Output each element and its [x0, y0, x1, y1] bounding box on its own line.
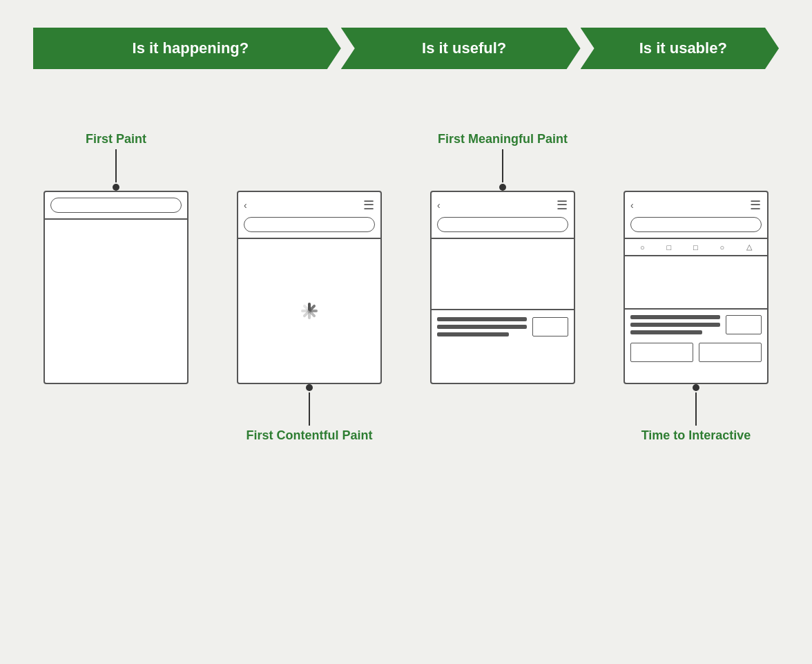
- tti-action-btn-2[interactable]: [699, 343, 762, 362]
- phone-tti-searchbar: [630, 217, 762, 232]
- mockup-first-contentful-paint: placeholder ‹ ☰: [226, 111, 392, 443]
- phone-first-paint-header: [45, 192, 187, 220]
- arrow-usable: Is it usable?: [581, 28, 779, 69]
- arrow-usable-label: Is it usable?: [639, 39, 727, 57]
- phone-fcp-header: ‹ ☰: [238, 192, 380, 239]
- phone-tti-tabs: ○ □ □ ○ △: [625, 239, 767, 256]
- phone-tti-content: [625, 310, 767, 383]
- tti-top-row: [630, 315, 762, 334]
- back-icon-fcp: ‹: [244, 200, 247, 211]
- phone-first-paint: [44, 191, 188, 384]
- tab-icon-circle2: ○: [720, 243, 725, 252]
- connector-fmp: [499, 149, 506, 191]
- mockups-area: First Paint placeholder ‹ ☰: [33, 111, 779, 443]
- label-fmp: First Meaningful Paint: [438, 111, 568, 146]
- menu-icon-tti: ☰: [750, 198, 762, 213]
- tab-icon-circle: ○: [640, 243, 645, 252]
- mockup-fmp: First Meaningful Paint ‹ ☰: [420, 111, 586, 384]
- text-line-3: [437, 332, 509, 336]
- phone-first-paint-body: [45, 220, 187, 383]
- phone-fmp-image: [432, 239, 574, 310]
- phone-first-paint-searchbar: [50, 198, 182, 213]
- mockup-tti: placeholder ‹ ☰ ○ □ □ ○ △: [613, 111, 779, 443]
- phone-fmp-topbar: ‹ ☰: [437, 198, 568, 213]
- label-fcp: First Contentful Paint: [246, 428, 373, 443]
- loading-spinner: [294, 296, 325, 326]
- tti-buttons-row: [630, 343, 762, 362]
- back-icon-fmp: ‹: [437, 200, 441, 211]
- menu-icon-fcp: ☰: [363, 198, 375, 213]
- phone-tti-body: [625, 256, 767, 383]
- phone-fmp: ‹ ☰: [430, 191, 575, 384]
- phone-fmp-searchbar: [437, 217, 568, 232]
- menu-icon-fmp: ☰: [557, 198, 568, 213]
- arrow-happening-label: Is it happening?: [133, 39, 249, 57]
- fmp-content-row: [437, 317, 568, 336]
- tti-text-line-3: [630, 330, 702, 334]
- phone-tti-image: [625, 256, 767, 310]
- back-icon-tti: ‹: [630, 200, 634, 211]
- phone-fcp-body: [238, 239, 380, 383]
- fmp-btn: [532, 317, 568, 336]
- arrow-happening: Is it happening?: [33, 28, 341, 69]
- connector-first-paint: [113, 149, 119, 191]
- label-first-paint: First Paint: [86, 111, 146, 146]
- tab-icon-square2: □: [693, 243, 698, 252]
- phone-fcp-topbar: ‹ ☰: [244, 198, 375, 213]
- phone-tti-header: ‹ ☰: [625, 192, 767, 239]
- tti-text-line-1: [630, 315, 720, 319]
- tab-icon-square1: □: [666, 243, 671, 252]
- text-line-1: [437, 317, 527, 321]
- phone-fmp-header: ‹ ☰: [432, 192, 574, 239]
- connector-fcp: [306, 384, 313, 426]
- label-tti: Time to Interactive: [641, 428, 751, 443]
- tab-icon-triangle: △: [746, 243, 752, 252]
- phone-fcp-searchbar: [244, 217, 375, 232]
- banner: Is it happening? Is it useful? Is it usa…: [33, 28, 779, 69]
- tti-text-line-2: [630, 323, 720, 327]
- tti-text-lines: [630, 315, 720, 334]
- text-line-2: [437, 325, 527, 329]
- tti-action-btn-1[interactable]: [630, 343, 693, 362]
- phone-fmp-body: [432, 239, 574, 383]
- connector-tti: [693, 384, 699, 426]
- phone-tti-topbar: ‹ ☰: [630, 198, 762, 213]
- mockup-first-paint: First Paint: [33, 111, 199, 384]
- tti-btn-top: [726, 315, 762, 334]
- arrow-useful: Is it useful?: [341, 28, 581, 69]
- fmp-text-lines: [437, 317, 527, 336]
- phone-tti: ‹ ☰ ○ □ □ ○ △: [624, 191, 768, 384]
- arrow-useful-label: Is it useful?: [422, 39, 506, 57]
- phone-fcp: ‹ ☰: [237, 191, 382, 384]
- phone-fmp-content: [432, 310, 574, 383]
